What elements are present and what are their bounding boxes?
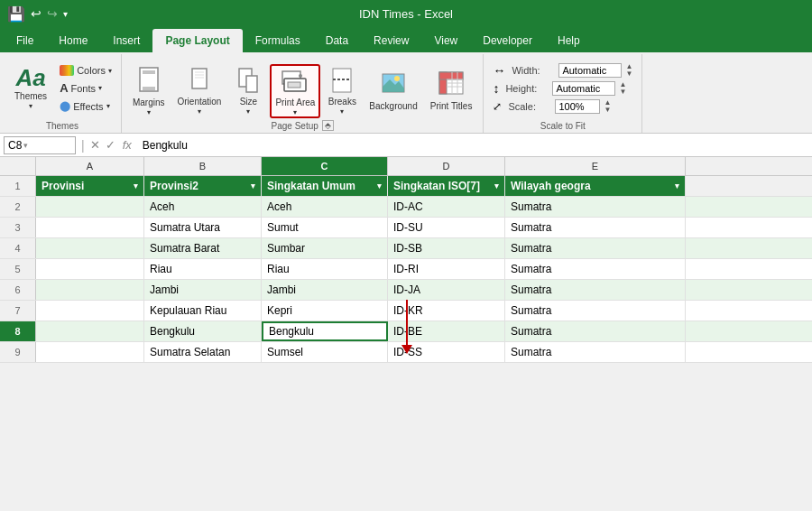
filter-icon-e[interactable]: ▾ — [675, 181, 679, 190]
colors-chevron: ▾ — [108, 67, 112, 75]
header-cell-provinsi2[interactable]: Provinsi2 ▾ — [144, 176, 262, 196]
cell-5-a[interactable] — [36, 259, 144, 279]
cell-4-b[interactable]: Sumatra Barat — [144, 238, 262, 258]
cell-5-e[interactable]: Sumatra — [505, 259, 686, 279]
quick-access-toolbar[interactable]: 💾 ↩ ↪ ▾ — [7, 5, 68, 23]
tab-review[interactable]: Review — [361, 29, 421, 52]
confirm-formula-icon[interactable]: ✓ — [106, 138, 115, 152]
header-cell-singkatan-umum[interactable]: Singkatan Umum ▾ — [262, 176, 388, 196]
tab-data[interactable]: Data — [313, 29, 361, 52]
cell-2-b[interactable]: Aceh — [144, 197, 262, 217]
cell-7-e[interactable]: Sumatra — [505, 301, 686, 321]
cancel-formula-icon[interactable]: ✕ — [90, 138, 100, 152]
scale-spinner[interactable]: ▲ ▼ — [604, 99, 611, 114]
cell-3-d[interactable]: ID-SU — [388, 218, 505, 237]
header-cell-provinsi[interactable]: Provinsi ▾ — [36, 176, 144, 196]
save-icon[interactable]: 💾 — [7, 5, 25, 23]
col-header-e[interactable]: E — [505, 157, 686, 175]
cell-7-a[interactable] — [36, 301, 144, 321]
themes-button[interactable]: Aa Themes ▾ — [9, 60, 52, 116]
header-cell-wilayah[interactable]: Wilayah geogra ▾ — [505, 176, 686, 196]
tab-developer[interactable]: Developer — [470, 29, 545, 52]
filter-icon-d[interactable]: ▾ — [494, 181, 499, 190]
col-header-a[interactable]: A — [36, 157, 144, 175]
cell-3-e[interactable]: Sumatra — [505, 218, 686, 237]
redo-icon[interactable]: ↪ — [47, 6, 58, 21]
cell-3-b[interactable]: Sumatra Utara — [144, 218, 262, 237]
cell-9-e[interactable]: Sumatra — [505, 342, 686, 362]
col-header-c[interactable]: C — [262, 157, 388, 175]
cell-4-d[interactable]: ID-SB — [388, 238, 505, 258]
breaks-label: Breaks — [328, 97, 356, 107]
cell-4-e[interactable]: Sumatra — [505, 238, 686, 258]
fonts-button[interactable]: A Fonts ▾ — [56, 79, 115, 97]
cell-7-b[interactable]: Kepulauan Riau — [144, 301, 262, 321]
cell-4-a[interactable] — [36, 238, 144, 258]
header-cell-singkatan-iso[interactable]: Singkatan ISO[7] ▾ — [388, 176, 505, 196]
print-titles-button[interactable]: Print Titles — [425, 64, 478, 118]
cell-2-d[interactable]: ID-AC — [388, 197, 505, 217]
cell-6-a[interactable] — [36, 280, 144, 300]
cell-4-c[interactable]: Sumbar — [262, 238, 388, 258]
cell-8-c[interactable]: Bengkulu — [262, 321, 388, 341]
tab-view[interactable]: View — [421, 29, 470, 52]
undo-icon[interactable]: ↩ — [31, 6, 42, 21]
filter-icon-c[interactable]: ▾ — [377, 181, 382, 190]
colors-button[interactable]: Colors ▾ — [56, 63, 115, 78]
cell-5-b[interactable]: Riau — [144, 259, 262, 279]
width-input[interactable] — [558, 63, 622, 78]
breaks-icon — [329, 67, 355, 97]
tab-help[interactable]: Help — [545, 29, 593, 52]
scale-input[interactable] — [555, 99, 600, 114]
effects-button[interactable]: ⬤ Effects ▾ — [56, 98, 115, 114]
cell-2-a[interactable] — [36, 197, 144, 217]
cell-9-d[interactable]: ID-SS — [388, 342, 505, 362]
formula-input[interactable] — [139, 137, 808, 153]
breaks-button[interactable]: Breaks ▾ — [322, 64, 362, 118]
cell-2-e[interactable]: Sumatra — [505, 197, 686, 217]
filter-icon-a[interactable]: ▾ — [134, 181, 138, 190]
cell-8-d[interactable]: ID-BE — [388, 321, 505, 341]
cell-2-c[interactable]: Aceh — [262, 197, 388, 217]
cell-6-c[interactable]: Jambi — [262, 280, 388, 300]
cell-7-c[interactable]: Kepri — [262, 301, 388, 321]
cell-5-c[interactable]: Riau — [262, 259, 388, 279]
height-spinner[interactable]: ▲ ▼ — [619, 81, 626, 96]
orientation-label: Orientation — [178, 97, 222, 107]
table-row: 7 Kepulauan Riau Kepri ID-KR Sumatra — [0, 301, 812, 321]
cell-8-e[interactable]: Sumatra — [505, 321, 686, 341]
cell-8-b[interactable]: Bengkulu — [144, 321, 262, 341]
cell-3-a[interactable] — [36, 218, 144, 237]
cell-3-c[interactable]: Sumut — [262, 218, 388, 237]
cell-9-a[interactable] — [36, 342, 144, 362]
col-header-b[interactable]: B — [144, 157, 262, 175]
size-button[interactable]: Size ▾ — [228, 64, 268, 118]
width-spinner[interactable]: ▲ ▼ — [625, 63, 632, 78]
customize-icon[interactable]: ▾ — [63, 9, 68, 19]
svg-rect-13 — [288, 82, 300, 88]
cell-6-e[interactable]: Sumatra — [505, 280, 686, 300]
cell-9-c[interactable]: Sumsel — [262, 342, 388, 362]
cell-5-d[interactable]: ID-RI — [388, 259, 505, 279]
title-bar: 💾 ↩ ↪ ▾ IDN Times - Excel — [0, 0, 812, 27]
cell-9-b[interactable]: Sumatra Selatan — [144, 342, 262, 362]
filter-icon-b[interactable]: ▾ — [251, 181, 255, 190]
page-setup-launcher[interactable]: ⬘ — [322, 120, 334, 131]
tab-formulas[interactable]: Formulas — [243, 29, 313, 52]
print-area-button[interactable]: Print Area ▾ — [270, 64, 320, 118]
cell-7-d[interactable]: ID-KR — [388, 301, 505, 321]
row-num-7: 7 — [0, 301, 36, 321]
tab-page-layout[interactable]: Page Layout — [152, 29, 242, 52]
col-header-d[interactable]: D — [388, 157, 505, 175]
tab-file[interactable]: File — [4, 29, 46, 52]
cell-6-d[interactable]: ID-JA — [388, 280, 505, 300]
background-button[interactable]: Background — [364, 64, 422, 118]
tab-insert[interactable]: Insert — [100, 29, 152, 52]
height-input[interactable] — [552, 81, 615, 96]
tab-home[interactable]: Home — [46, 29, 100, 52]
margins-button[interactable]: Margins ▾ — [127, 64, 171, 118]
cell-8-a[interactable] — [36, 321, 144, 341]
orientation-button[interactable]: Orientation ▾ — [172, 64, 227, 118]
cell-name-box[interactable]: C8 ▾ — [4, 136, 76, 154]
cell-6-b[interactable]: Jambi — [144, 280, 262, 300]
